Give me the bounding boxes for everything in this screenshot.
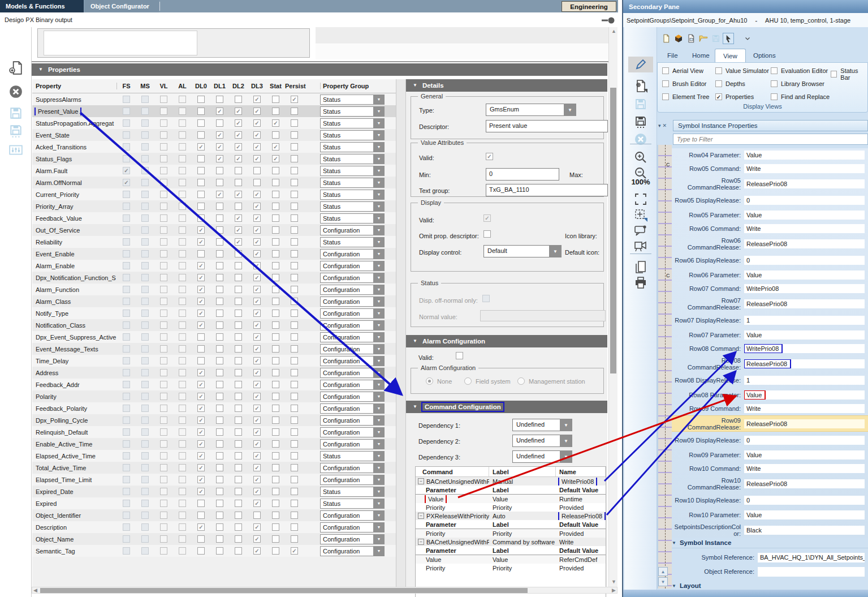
column-header[interactable]: DL3 xyxy=(248,83,266,89)
property-row-Status_Flags[interactable]: Status_FlagsStatus▼ xyxy=(32,153,396,165)
flag-checkbox[interactable] xyxy=(235,321,242,329)
flag-checkbox[interactable] xyxy=(216,191,223,198)
flag-checkbox[interactable] xyxy=(235,523,242,531)
flag-checkbox[interactable] xyxy=(253,369,261,376)
chevron-down-icon[interactable]: ▼ xyxy=(373,190,385,200)
flag-checkbox[interactable] xyxy=(272,321,279,329)
flag-checkbox[interactable] xyxy=(235,131,242,139)
property-row-Event_Enable[interactable]: Event_EnableConfiguration▼ xyxy=(32,248,396,260)
flag-checkbox[interactable] xyxy=(235,96,242,103)
flag-checkbox[interactable] xyxy=(197,321,205,329)
chevron-down-icon[interactable]: ▼ xyxy=(373,249,385,259)
property-row-Feedback_Value[interactable]: Feedback_ValueStatus▼ xyxy=(32,212,396,224)
flag-checkbox[interactable] xyxy=(216,238,223,246)
view-toggle-properties[interactable]: Properties xyxy=(715,93,754,100)
flag-checkbox[interactable] xyxy=(179,167,186,174)
flag-checkbox[interactable] xyxy=(272,405,279,412)
flag-checkbox[interactable] xyxy=(197,155,205,162)
flag-checkbox[interactable] xyxy=(253,357,261,364)
flag-checkbox[interactable] xyxy=(179,405,186,412)
flag-checkbox[interactable] xyxy=(253,428,261,436)
color-cube-button[interactable] xyxy=(673,33,684,44)
view-toggle-library-browser[interactable]: Library Browser xyxy=(771,80,824,87)
flag-checkbox[interactable] xyxy=(235,476,242,483)
flag-checkbox[interactable] xyxy=(291,523,298,531)
flag-checkbox[interactable] xyxy=(272,203,279,210)
flag-checkbox[interactable] xyxy=(197,452,205,459)
flag-checkbox[interactable] xyxy=(272,535,279,543)
chevron-down-icon[interactable]: ▼ xyxy=(373,273,385,283)
column-header[interactable]: Property Group xyxy=(320,83,385,89)
flag-checkbox[interactable] xyxy=(197,464,205,471)
save-button[interactable] xyxy=(633,96,649,112)
flag-checkbox[interactable] xyxy=(272,96,279,103)
property-group-combo[interactable]: Configuration▼ xyxy=(320,392,385,402)
flag-checkbox[interactable] xyxy=(197,274,205,281)
flag-checkbox[interactable] xyxy=(272,345,279,353)
parameter-row[interactable]: ValueValueReferCmdDef xyxy=(416,555,606,564)
property-row-Object_Name[interactable]: Object_NameConfiguration▼ xyxy=(32,533,396,545)
property-group-combo[interactable]: Configuration▼ xyxy=(320,308,385,319)
flag-checkbox[interactable] xyxy=(291,405,298,412)
flag-checkbox[interactable] xyxy=(253,405,261,412)
flag-checkbox[interactable] xyxy=(291,167,298,174)
flag-checkbox[interactable] xyxy=(272,167,279,174)
symbol-property-row[interactable]: Row09 Command:Write xyxy=(672,402,868,415)
flag-checkbox[interactable] xyxy=(197,535,205,543)
property-group-combo[interactable]: Configuration▼ xyxy=(320,249,385,259)
symbol-property-row[interactable]: Row08 CommandRelease:ReleasePrio08 xyxy=(672,355,868,372)
symbol-reference-value[interactable]: BA_HVAC_HQ_1\DYN_All_Setpoints_Grou xyxy=(758,553,865,562)
flag-checkbox[interactable] xyxy=(197,119,205,127)
flag-checkbox[interactable] xyxy=(291,226,298,234)
flag-checkbox[interactable] xyxy=(216,405,223,412)
symbol-property-row[interactable]: Row06 Command:Write xyxy=(672,222,868,235)
flag-checkbox[interactable] xyxy=(291,298,298,305)
flag-checkbox[interactable] xyxy=(197,143,205,151)
flag-checkbox[interactable] xyxy=(253,535,261,543)
flag-checkbox[interactable] xyxy=(291,416,298,424)
property-value[interactable]: Value xyxy=(744,270,865,280)
flag-checkbox[interactable] xyxy=(160,226,167,234)
property-group-combo[interactable]: Configuration▼ xyxy=(320,534,385,544)
property-value[interactable]: Write xyxy=(744,164,865,173)
flag-checkbox[interactable] xyxy=(253,488,261,495)
flag-checkbox[interactable] xyxy=(291,535,298,543)
flag-checkbox[interactable] xyxy=(291,357,298,364)
flag-checkbox[interactable] xyxy=(160,214,167,222)
dock-mini-buttons[interactable]: ▾ ✕ xyxy=(658,120,673,131)
descriptor-field[interactable]: Present value xyxy=(486,120,608,132)
canvas-scroll-button[interactable]: ▼ xyxy=(658,577,668,586)
flag-checkbox[interactable] xyxy=(179,345,186,353)
parameter-row[interactable]: PriorityPriorityProvided xyxy=(416,564,606,572)
property-row-Notify_Type[interactable]: Notify_TypeConfiguration▼ xyxy=(32,307,396,319)
symbol-property-row[interactable]: Row07 Parameter:Value xyxy=(672,328,868,342)
flag-checkbox[interactable] xyxy=(216,286,223,293)
flag-checkbox[interactable] xyxy=(216,214,223,222)
flag-checkbox[interactable] xyxy=(179,523,186,531)
column-header[interactable]: DL1 xyxy=(210,83,229,89)
symbol-property-row[interactable]: Row06 CommandRelease:ReleasePrio08 xyxy=(672,235,868,252)
property-group-combo[interactable]: Configuration▼ xyxy=(320,522,385,532)
flag-checkbox[interactable] xyxy=(291,286,298,293)
flag-checkbox[interactable] xyxy=(197,250,205,257)
symbol-property-row[interactable]: Row07 DisplayRelease:1 xyxy=(672,312,868,328)
scroll-left-icon[interactable]: ◀ xyxy=(33,587,37,593)
chevron-down-icon[interactable]: ▼ xyxy=(373,142,385,152)
chevron-down-icon[interactable]: ▼ xyxy=(373,368,385,378)
flag-checkbox[interactable] xyxy=(216,203,223,210)
flag-checkbox[interactable] xyxy=(235,203,242,210)
flag-checkbox[interactable] xyxy=(253,155,261,162)
property-row-Polarity[interactable]: PolarityConfiguration▼ xyxy=(32,390,396,402)
view-toggle-depths[interactable]: Depths xyxy=(715,80,745,87)
property-row-Event_Message_Texts[interactable]: Event_Message_TextsConfiguration▼ xyxy=(32,343,396,355)
flag-checkbox[interactable] xyxy=(179,535,186,543)
flag-checkbox[interactable] xyxy=(235,357,242,364)
chevron-down-icon[interactable]: ▼ xyxy=(549,245,562,257)
flag-checkbox[interactable] xyxy=(291,345,298,353)
flag-checkbox[interactable] xyxy=(253,512,261,519)
property-group-combo[interactable]: Configuration▼ xyxy=(320,415,385,426)
object-reference-value[interactable] xyxy=(758,567,865,577)
column-header[interactable]: Persist xyxy=(285,83,304,89)
flag-checkbox[interactable] xyxy=(160,286,167,293)
flag-checkbox[interactable] xyxy=(179,428,186,436)
